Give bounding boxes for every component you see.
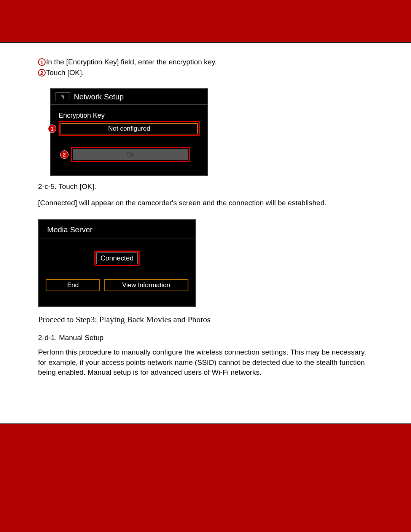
header-bar <box>0 0 411 43</box>
back-button[interactable]: ↰ <box>56 92 70 101</box>
step-1-line: 1 In the [Encryption Key] field, enter t… <box>38 58 373 66</box>
section-2d1-body: Perform this procedure to manually confi… <box>38 347 373 378</box>
back-arrow-icon: ↰ <box>61 94 65 100</box>
footer-bar <box>0 423 411 465</box>
section-2d1-title: 2-d-1. Manual Setup <box>38 334 373 342</box>
text-connected-desc: [Connected] will appear on the camcorder… <box>38 198 373 208</box>
step-2-text: Touch [OK]. <box>46 69 84 77</box>
connected-status: Connected <box>96 252 138 264</box>
encryption-key-label: Encryption Key <box>59 112 200 120</box>
media-server-screen: Media Server Connected End View Informat… <box>38 219 196 307</box>
ok-row: 2 Ok <box>59 147 200 162</box>
bottom-buttons: End View Information <box>39 279 195 297</box>
encryption-key-row: 1 Not configured <box>59 121 200 136</box>
page: 1 In the [Encryption Key] field, enter t… <box>0 0 411 465</box>
network-setup-screen: ↰ Network Setup Encryption Key 1 Not con… <box>50 88 208 176</box>
circled-2-icon: 2 <box>38 69 46 77</box>
callout-1-badge: 1 <box>48 125 56 133</box>
ok-button[interactable]: Ok <box>73 149 188 160</box>
ok-highlight: Ok <box>71 147 190 162</box>
end-button[interactable]: End <box>46 279 100 291</box>
callout-2-badge: 2 <box>60 150 68 159</box>
step-2-line: 2 Touch [OK]. <box>38 69 373 77</box>
connected-wrap: Connected <box>39 251 195 266</box>
media-server-title: Media Server <box>39 220 195 238</box>
step-1-text: In the [Encryption Key] field, enter the… <box>46 58 217 66</box>
screen-body: Encryption Key 1 Not configured 2 Ok <box>51 105 207 180</box>
titlebar: ↰ Network Setup <box>51 89 207 105</box>
view-information-button[interactable]: View Information <box>104 279 188 291</box>
proceed-heading: Proceed to Step3: Playing Back Movies an… <box>38 315 373 324</box>
circled-1-icon: 1 <box>38 58 46 66</box>
encryption-key-highlight: Not configured <box>59 121 200 136</box>
content-area: 1 In the [Encryption Key] field, enter t… <box>0 43 411 423</box>
screen-title: Network Setup <box>74 93 124 101</box>
text-2c5: 2-c-5. Touch [OK]. <box>38 182 373 192</box>
encryption-key-field[interactable]: Not configured <box>61 123 198 134</box>
connected-highlight: Connected <box>94 251 140 266</box>
